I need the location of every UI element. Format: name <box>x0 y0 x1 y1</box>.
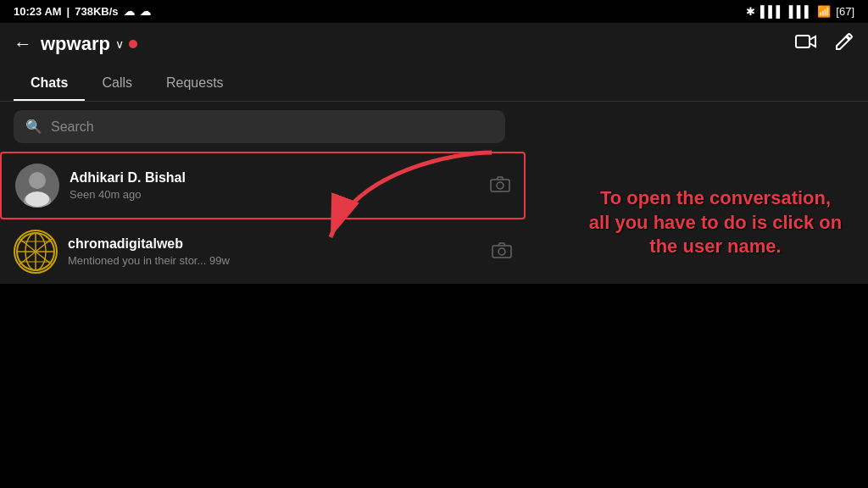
chat-sub-adhikari: Seen 40m ago <box>70 188 480 201</box>
cloud-icon: ☁ <box>124 5 135 18</box>
status-bar: 10:23 AM | 738KB/s ☁ ☁ ✱ ▌▌▌ ▌▌▌ 📶 [67] <box>0 0 868 23</box>
status-network-speed: 738KB/s <box>75 5 118 18</box>
compose-icon[interactable] <box>834 31 854 57</box>
tab-calls[interactable]: Calls <box>85 65 149 101</box>
svg-rect-5 <box>491 180 509 191</box>
bluetooth-icon: ✱ <box>746 5 755 18</box>
tabs-bar: Chats Calls Requests <box>0 65 868 102</box>
camera-icon-adhikari[interactable] <box>490 175 510 197</box>
svg-rect-15 <box>492 246 511 258</box>
search-placeholder: Search <box>51 119 94 135</box>
video-call-icon[interactable] <box>795 33 817 55</box>
status-left: 10:23 AM | 738KB/s ☁ ☁ <box>14 5 151 18</box>
avatar-chroma <box>14 230 58 274</box>
svg-rect-0 <box>796 36 810 47</box>
status-time: 10:23 AM <box>14 5 62 18</box>
back-button[interactable]: ← <box>14 33 32 55</box>
dropdown-arrow-icon[interactable]: ∨ <box>115 37 124 51</box>
chat-info-chroma: chromadigitalweb Mentioned you in their … <box>68 236 481 267</box>
username-area: wpwarp ∨ <box>41 33 137 55</box>
search-container: 🔍 Search <box>0 102 868 152</box>
search-bar[interactable]: 🔍 Search <box>14 110 505 143</box>
svg-point-2 <box>29 172 46 189</box>
tab-requests[interactable]: Requests <box>149 65 241 101</box>
chat-sub-chroma: Mentioned you in their stor... 99w <box>68 254 481 267</box>
chat-name-chroma: chromadigitalweb <box>68 236 481 252</box>
svg-point-16 <box>498 248 505 255</box>
header: ← wpwarp ∨ <box>0 23 868 65</box>
chat-info-adhikari: Adhikari D. Bishal Seen 40m ago <box>70 170 480 201</box>
header-right <box>795 31 854 57</box>
status-speed: | <box>67 5 70 18</box>
header-left: ← wpwarp ∨ <box>14 33 137 55</box>
signal-icon: ▌▌▌ <box>760 5 784 18</box>
chat-list: Adhikari D. Bishal Seen 40m ago <box>0 152 868 284</box>
cloud-icon-2: ☁ <box>140 5 151 18</box>
avatar-adhikari <box>15 164 59 208</box>
username-label[interactable]: wpwarp <box>41 33 110 55</box>
battery-icon: [67] <box>836 5 854 18</box>
tab-chats[interactable]: Chats <box>14 65 85 101</box>
status-right: ✱ ▌▌▌ ▌▌▌ 📶 [67] <box>746 5 854 18</box>
wifi-icon: 📶 <box>817 5 831 18</box>
online-status-dot <box>129 40 137 48</box>
chat-name-adhikari: Adhikari D. Bishal <box>70 170 480 186</box>
search-icon: 🔍 <box>25 119 42 135</box>
camera-icon-chroma[interactable] <box>492 241 512 263</box>
signal-icon-2: ▌▌▌ <box>789 5 813 18</box>
svg-point-6 <box>497 182 504 189</box>
chat-item-chroma[interactable]: chromadigitalweb Mentioned you in their … <box>0 219 526 284</box>
chat-item-adhikari[interactable]: Adhikari D. Bishal Seen 40m ago <box>0 152 526 219</box>
